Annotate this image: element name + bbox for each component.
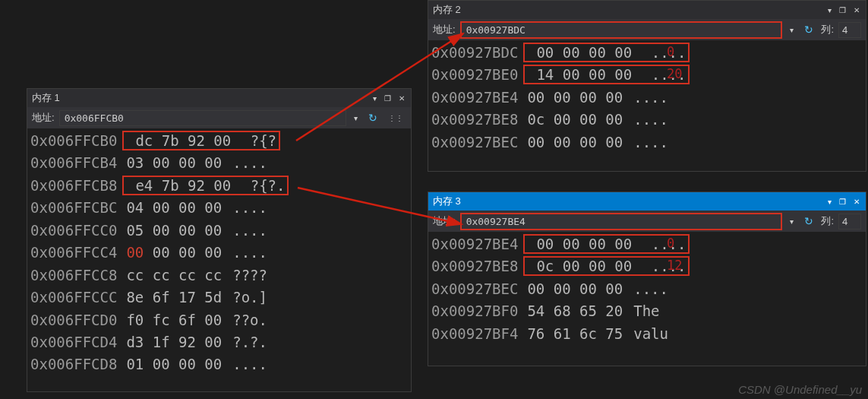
col-label: 列: <box>821 214 834 228</box>
addr-label: 地址: <box>433 214 456 228</box>
addr-cell: 0x00927BE4 <box>431 87 518 109</box>
ascii-cell: ??o. <box>232 309 267 331</box>
bytes-cell: cc cc cc cc <box>126 264 222 287</box>
bytes-cell: 54 68 65 20 <box>527 300 623 322</box>
refresh-icon[interactable]: ↻ <box>365 112 380 124</box>
ascii-cell: ?{? <box>251 130 276 152</box>
addr-label: 地址: <box>433 23 456 36</box>
panel-2-title: 内存 2 <box>433 3 461 17</box>
memory-row: 0x00927BEC00 00 00 00.... <box>431 278 866 300</box>
annotation: 0 <box>667 42 674 62</box>
more-icon[interactable]: ⋮⋮ <box>385 114 406 122</box>
memory-row: 0x006FFCD801 00 00 00.... <box>30 353 411 375</box>
close-icon[interactable]: ✕ <box>852 198 861 206</box>
addr-cell: 0x006FFCC0 <box>30 220 117 242</box>
watermark: CSDN @Undefined__yu <box>738 383 862 396</box>
addr-cell: 0x00927BE8 <box>431 255 518 277</box>
close-icon[interactable]: ✕ <box>852 6 861 14</box>
addr-cell: 0x00927BF0 <box>431 300 518 322</box>
col-input-3[interactable] <box>838 214 861 230</box>
col-input-2[interactable] <box>838 22 861 38</box>
memory-row: 0x00927BE400 00 00 00.... <box>431 87 866 109</box>
bytes-cell: 0c 00 00 00 <box>536 255 632 277</box>
addr-cell: 0x00927BF4 <box>431 323 518 345</box>
addr-input-3[interactable] <box>460 213 783 230</box>
window-icon[interactable]: ❐ <box>838 198 847 206</box>
refresh-icon[interactable]: ↻ <box>801 24 816 36</box>
addr-cell: 0x00927BE4 <box>431 233 518 255</box>
memory-body-2[interactable]: 0x00927BDC00 00 00 00 ....00x00927BE014 … <box>428 40 866 171</box>
panel-2-titlebar[interactable]: 内存 2 ▾ ❐ ✕ <box>428 1 866 19</box>
memory-row: 0x006FFCC005 00 00 00.... <box>30 220 411 242</box>
memory-body-1[interactable]: 0x006FFCB0dc 7b 92 00 ?{?0x006FFCB403 00… <box>27 128 411 391</box>
col-label: 列: <box>821 23 834 36</box>
bytes-cell: e4 7b 92 00 <box>135 175 231 197</box>
memory-row: 0x006FFCB403 00 00 00.... <box>30 152 411 174</box>
addr-input-2[interactable] <box>460 21 783 39</box>
addr-cell: 0x00927BE0 <box>431 64 518 86</box>
panel-2-toolbar: 地址: ▾ ↻ 列: <box>428 19 866 40</box>
memory-row: 0x00927BDC00 00 00 00 ....0 <box>431 42 866 64</box>
dropdown-icon[interactable]: ▾ <box>371 94 378 103</box>
bytes-cell: 8e 6f 17 5d <box>126 287 222 309</box>
dropdown-icon[interactable]: ▾ <box>826 198 833 206</box>
addr-dropdown-icon[interactable]: ▾ <box>351 114 361 122</box>
bytes-cell: 14 00 00 00 <box>536 64 632 86</box>
addr-cell: 0x00927BDC <box>431 42 518 64</box>
bytes-cell: d3 1f 92 00 <box>126 331 222 353</box>
addr-dropdown-icon[interactable]: ▾ <box>787 26 797 34</box>
addr-label: 地址: <box>32 111 55 125</box>
bytes-cell: 00 00 00 00 <box>126 242 222 264</box>
addr-dropdown-icon[interactable]: ▾ <box>787 217 797 226</box>
bytes-cell: 05 00 00 00 <box>126 220 222 242</box>
bytes-cell: 0c 00 00 00 <box>527 109 623 131</box>
ascii-cell: .... <box>232 220 267 242</box>
bytes-cell: 04 00 00 00 <box>126 197 222 219</box>
ascii-cell: .... <box>633 87 668 109</box>
memory-row: 0x006FFCCC8e 6f 17 5d?o.] <box>30 287 411 309</box>
bytes-cell: 00 00 00 00 <box>536 233 632 255</box>
addr-cell: 0x006FFCD8 <box>30 353 117 375</box>
bytes-cell: dc 7b 92 00 <box>135 130 231 152</box>
dropdown-icon[interactable]: ▾ <box>826 6 833 14</box>
memory-row: 0x006FFCC8cc cc cc cc???? <box>30 264 411 287</box>
ascii-cell: ?.?. <box>232 331 267 353</box>
memory-row: 0x006FFCD0f0 fc 6f 00??o. <box>30 309 411 331</box>
ascii-cell: .... <box>633 109 668 131</box>
memory-row: 0x006FFCBC04 00 00 00.... <box>30 197 411 219</box>
close-icon[interactable]: ✕ <box>397 94 406 103</box>
addr-cell: 0x006FFCB4 <box>30 152 117 174</box>
addr-cell: 0x006FFCCC <box>30 287 117 309</box>
annotation: 0 <box>667 233 674 253</box>
addr-cell: 0x006FFCC4 <box>30 242 117 264</box>
addr-input-1[interactable] <box>59 110 346 126</box>
bytes-cell: 76 61 6c 75 <box>527 323 623 345</box>
ascii-cell: .... <box>633 278 668 300</box>
addr-cell: 0x006FFCD0 <box>30 309 117 331</box>
addr-cell: 0x006FFCD4 <box>30 331 117 353</box>
window-icon[interactable]: ❐ <box>838 6 847 14</box>
memory-row: 0x006FFCB8e4 7b 92 00 ?{?. <box>30 175 411 197</box>
annotation: 20 <box>667 64 682 84</box>
memory-row: 0x006FFCB0dc 7b 92 00 ?{? <box>30 130 411 152</box>
memory-row: 0x006FFCC400 00 00 00.... <box>30 242 411 264</box>
bytes-cell: 03 00 00 00 <box>126 152 222 174</box>
memory-body-3[interactable]: 0x00927BE400 00 00 00 ....00x00927BE80c … <box>428 232 866 366</box>
addr-cell: 0x006FFCB8 <box>30 175 117 197</box>
panel-3-titlebar[interactable]: 内存 3 ▾ ❐ ✕ <box>428 192 866 211</box>
bytes-cell: 00 00 00 00 <box>536 42 632 64</box>
panel-1-titlebar[interactable]: 内存 1 ▾ ❐ ✕ <box>27 89 411 107</box>
addr-cell: 0x00927BE8 <box>431 109 518 131</box>
ascii-cell: .... <box>232 353 267 375</box>
panel-3-toolbar: 地址: ▾ ↻ 列: <box>428 211 866 232</box>
ascii-cell: The <box>633 300 659 322</box>
memory-row: 0x00927BEC00 00 00 00.... <box>431 131 866 154</box>
memory-row: 0x00927BE400 00 00 00 ....0 <box>431 233 866 255</box>
memory-row: 0x00927BE80c 00 00 00.... <box>431 109 866 131</box>
memory-row: 0x00927BE80c 00 00 00 ....12 <box>431 255 866 277</box>
ascii-cell: ???? <box>232 264 267 287</box>
refresh-icon[interactable]: ↻ <box>801 215 816 227</box>
window-icon[interactable]: ❐ <box>383 94 393 103</box>
bytes-cell: 00 00 00 00 <box>527 87 623 109</box>
bytes-cell: 00 00 00 00 <box>527 131 623 154</box>
